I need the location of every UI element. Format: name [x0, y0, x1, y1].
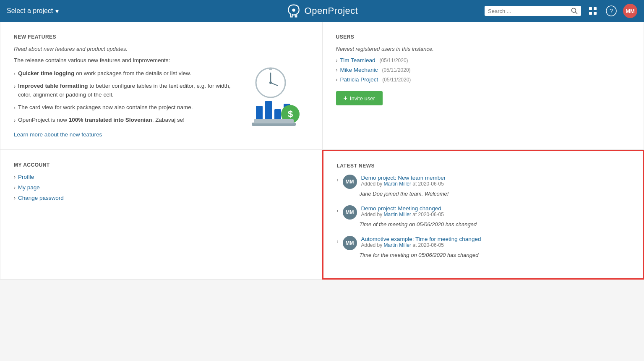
avatar[interactable]: MM [623, 4, 637, 18]
svg-point-0 [292, 9, 295, 12]
news-item-1: › MM Demo project: New team member Added… [337, 175, 630, 197]
news-body-3: Time for the meeting on 05/06/2020 has c… [360, 252, 630, 258]
list-item: › Patricia Project (05/11/2020) [336, 76, 631, 83]
svg-rect-13 [269, 68, 272, 70]
svg-text:?: ? [610, 8, 613, 14]
svg-rect-21 [254, 119, 294, 123]
news-author-link[interactable]: Martin Miller [384, 242, 411, 248]
learn-more-link[interactable]: Learn more about the new features [14, 131, 102, 138]
news-body-1: Jane Doe joined the team. Welcome! [360, 191, 630, 197]
user-link-patricia[interactable]: Patricia Project [340, 76, 378, 83]
news-added-by: Added by Martin Miller at 2020-06-05 [361, 181, 630, 187]
news-added-by: Added by Martin Miller at 2020-06-05 [361, 242, 630, 248]
svg-line-12 [271, 83, 278, 86]
chevron-icon: › [14, 83, 16, 90]
main-content: NEW FEATURES Read about new features and… [0, 22, 644, 280]
chevron-icon: › [337, 177, 339, 183]
new-features-subtitle: Read about new features and product upda… [14, 46, 308, 52]
list-item: › The card view for work packages now al… [14, 103, 233, 112]
news-title-link-2[interactable]: Demo project: Meeting changed [361, 205, 630, 212]
latest-news-panel: LATEST NEWS › MM Demo project: New team … [322, 150, 644, 280]
news-item-3: › MM Automotive example: Time for meetin… [337, 236, 630, 258]
svg-rect-4 [594, 7, 597, 10]
select-project-dropdown[interactable]: Select a project ▾ [7, 7, 59, 15]
users-title: USERS [336, 34, 631, 40]
news-title-link-3[interactable]: Automotive example: Time for meeting cha… [361, 236, 630, 242]
list-item: › Tim Teamlead (05/11/2020) [336, 57, 631, 63]
users-subtitle: Newest registered users in this instance… [336, 46, 631, 52]
logo-text: OpenProject [305, 5, 358, 16]
chevron-icon: › [14, 117, 16, 124]
chevron-icon: › [337, 208, 339, 214]
users-panel: USERS Newest registered users in this in… [322, 22, 644, 150]
help-icon: ? [605, 5, 617, 17]
list-item: › Profile [14, 174, 308, 180]
svg-rect-5 [589, 12, 592, 15]
feature-item-1: Quicker time logging on work packages fr… [18, 69, 191, 78]
news-author-link[interactable]: Martin Miller [384, 212, 411, 217]
search-box[interactable] [485, 6, 581, 16]
user-link-mike[interactable]: Mike Mechanic [340, 67, 378, 73]
header: Select a project ▾ OpenProject [0, 0, 644, 22]
user-date: (05/11/2020) [382, 77, 411, 83]
my-account-panel: MY ACCOUNT › Profile › My page › Change … [0, 150, 322, 280]
select-project-label: Select a project [7, 7, 53, 15]
news-body-2: Time of the meeting on 05/06/2020 has ch… [360, 221, 630, 228]
list-item: › Change password [14, 195, 308, 201]
news-avatar: MM [343, 236, 357, 250]
news-meta: Demo project: New team member Added by M… [361, 175, 630, 187]
my-page-link[interactable]: My page [18, 184, 40, 191]
search-button[interactable] [571, 8, 578, 14]
invite-user-button[interactable]: + Invite user [336, 91, 383, 105]
list-item: › Improved table formatting to better co… [14, 82, 233, 99]
header-right: ? MM [485, 4, 637, 18]
news-item-header: › MM Demo project: Meeting changed Added… [337, 205, 630, 220]
user-date: (05/11/2020) [380, 58, 408, 63]
chevron-icon: › [14, 70, 16, 78]
chevron-icon: › [14, 185, 16, 191]
features-image: $ [241, 57, 308, 138]
news-item-2: › MM Demo project: Meeting changed Added… [337, 205, 630, 228]
feature-item-3: The card view for work packages now also… [18, 103, 193, 112]
chevron-icon: › [336, 77, 338, 83]
change-password-link[interactable]: Change password [18, 195, 64, 201]
plus-icon: + [344, 94, 347, 102]
search-input[interactable] [488, 8, 568, 14]
news-item-header: › MM Automotive example: Time for meetin… [337, 236, 630, 250]
logo-icon [286, 3, 301, 18]
user-list: › Tim Teamlead (05/11/2020) › Mike Mecha… [336, 57, 631, 83]
user-link-tim[interactable]: Tim Teamlead [340, 57, 375, 63]
news-title-link-1[interactable]: Demo project: New team member [361, 175, 630, 181]
chevron-icon: › [14, 174, 16, 180]
account-list: › Profile › My page › Change password [14, 174, 308, 201]
list-item: › Mike Mechanic (05/11/2020) [336, 67, 631, 73]
chevron-icon: › [336, 58, 338, 63]
list-item: › My page [14, 184, 308, 191]
svg-text:$: $ [287, 109, 292, 119]
feature-item-2: Improved table formatting to better conf… [18, 82, 233, 99]
logo: OpenProject [286, 3, 358, 18]
svg-rect-3 [589, 7, 592, 10]
profile-link[interactable]: Profile [18, 174, 34, 180]
svg-rect-6 [594, 12, 597, 15]
chevron-down-icon: ▾ [55, 7, 59, 15]
list-item: › Quicker time logging on work packages … [14, 69, 233, 78]
news-avatar: MM [343, 205, 357, 220]
svg-point-1 [572, 8, 576, 13]
news-meta: Demo project: Meeting changed Added by M… [361, 205, 630, 217]
features-illustration: $ [243, 64, 306, 131]
features-container: The release contains various new feature… [14, 57, 308, 138]
chevron-icon: › [14, 195, 16, 201]
news-avatar: MM [343, 175, 357, 189]
list-item: › OpenProject is now 100% translated int… [14, 116, 233, 124]
new-features-title: NEW FEATURES [14, 34, 308, 40]
search-icon [571, 8, 578, 14]
modules-button[interactable] [586, 4, 600, 18]
svg-line-2 [576, 12, 578, 14]
new-features-panel: NEW FEATURES Read about new features and… [0, 22, 322, 150]
help-button[interactable]: ? [605, 4, 618, 18]
chevron-icon: › [337, 238, 339, 244]
features-intro: The release contains various new feature… [14, 57, 233, 63]
chevron-icon: › [14, 104, 16, 112]
news-author-link[interactable]: Martin Miller [384, 181, 411, 187]
